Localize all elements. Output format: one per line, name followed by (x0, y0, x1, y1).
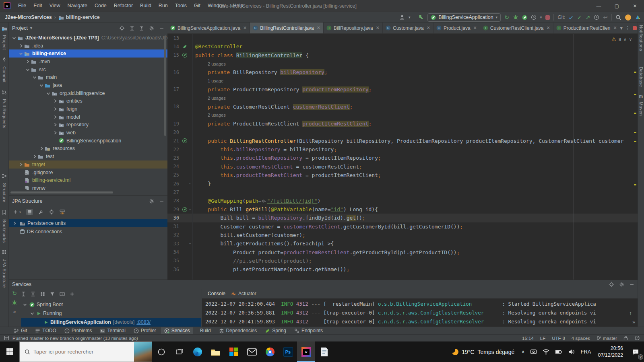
code-line-17[interactable]: 17 private ProductItemRepository product… (167, 85, 638, 94)
chevron-right-icon[interactable] (52, 115, 58, 119)
tray-chevron-icon[interactable]: ∧ (518, 341, 527, 362)
project-tree-item-model[interactable]: model (9, 113, 167, 121)
taskbar-app-microsoft-edge[interactable] (188, 341, 206, 362)
code-line-34[interactable]: 34 Product product=productItemRestClient… (167, 248, 638, 256)
usage-inlay-hint[interactable]: 1 usage (167, 76, 638, 85)
code-line-20[interactable]: 20 (167, 128, 638, 136)
breadcrumb-module[interactable]: billing-service (58, 14, 100, 20)
menu-item-view[interactable]: View (46, 0, 64, 12)
taskbar-app-chrome[interactable] (261, 341, 279, 362)
close-tab-icon[interactable]: ✕ (317, 25, 320, 31)
code-line-21[interactable]: 21− public BillingRestController(BillRep… (167, 137, 638, 145)
git-commit-icon[interactable]: ✓ (577, 14, 582, 20)
port-link[interactable]: :8083/ (136, 319, 151, 325)
console-log[interactable]: ↑ » 2022-12-07 20:32:00.484 INFO 4312 --… (202, 298, 638, 327)
toolwindow-button-terminal[interactable]: Terminal (97, 327, 128, 334)
meet-now-icon[interactable] (527, 341, 540, 362)
taskbar-search[interactable] (19, 341, 152, 362)
close-tab-icon[interactable]: ✕ (243, 25, 247, 31)
menu-item-navigate[interactable]: Navigate (64, 0, 91, 12)
taskbar-app-mail[interactable] (243, 341, 261, 362)
maximize-button[interactable]: ▢ (608, 0, 626, 12)
debug-icon[interactable] (12, 300, 17, 305)
encoding-indicator[interactable]: UTF-8 (552, 336, 565, 341)
git-push-icon[interactable]: ↗ (586, 14, 590, 20)
editor-tab-product-java[interactable]: CProduct.java✕ (433, 23, 480, 33)
rerun-icon[interactable]: ↻ (504, 14, 509, 20)
chevron-down-icon[interactable] (18, 51, 24, 56)
chevron-right-icon[interactable] (52, 107, 58, 111)
locate-icon[interactable] (49, 209, 54, 215)
project-tree-item-entities[interactable]: entities (9, 97, 167, 105)
hide-panel-icon[interactable] (630, 282, 634, 287)
collapse-all-icon[interactable] (31, 292, 35, 296)
error-indicator-icon[interactable] (633, 26, 637, 30)
chevron-right-icon[interactable] (52, 130, 58, 135)
close-tab-icon[interactable]: ✕ (547, 25, 550, 31)
gradle-notification-icon[interactable] (634, 335, 640, 341)
project-tree-item-web[interactable]: web (9, 129, 167, 137)
service-item-running[interactable]: Running (21, 309, 201, 318)
task-view-button[interactable] (170, 341, 188, 362)
chevron-right-icon[interactable] (52, 122, 58, 127)
jpa-tree-item-persistence-units[interactable]: Persistence units (9, 219, 167, 227)
battery-icon[interactable] (552, 341, 565, 362)
menu-item-code[interactable]: Code (91, 0, 110, 12)
spring-bean-gutter-icon[interactable] (181, 207, 188, 212)
code-line-33[interactable]: 33− bill.getProductItems().forEach(pi->{ (167, 239, 638, 248)
chevron-right-icon[interactable] (11, 221, 18, 226)
toolwindow-button-profiler[interactable]: Profiler (130, 327, 159, 334)
chevron-right-icon[interactable] (52, 99, 58, 103)
project-hscrollbar[interactable] (10, 191, 113, 193)
inspections-widget[interactable]: ⚠ 8 ∧ ∨ (611, 36, 632, 42)
add-icon[interactable] (13, 210, 18, 214)
chevron-down-icon[interactable] (23, 302, 27, 307)
fold-marker-icon[interactable]: − (188, 208, 192, 211)
chevron-down-icon[interactable] (25, 67, 31, 72)
code-line-35[interactable]: 35 //pi.setProduct(product); (167, 257, 638, 265)
editor-tab-billingserviceapplication-java[interactable]: BillingServiceApplication.java✕ (167, 23, 250, 33)
project-tree-item-mvnw[interactable]: mvnw (9, 184, 167, 192)
chevron-right-icon[interactable] (18, 43, 24, 48)
project-tree-item-idea[interactable]: .idea (9, 42, 167, 50)
stripe-button-jpa-structure[interactable]: JPA Structure (2, 259, 7, 288)
search-everywhere-icon[interactable] (615, 14, 621, 21)
scroll-right-icon[interactable]: » (632, 319, 635, 325)
profiler-run-icon[interactable] (531, 14, 537, 20)
project-tree-item-billing-service-iml[interactable]: billing-service.iml (9, 176, 167, 184)
spring-annotation-gutter-icon[interactable] (181, 44, 188, 49)
menu-item-run[interactable]: Run (155, 0, 171, 12)
menu-item-file[interactable]: File (14, 0, 30, 12)
add-service-icon[interactable] (70, 292, 74, 296)
prev-problem-icon[interactable]: ∧ (623, 37, 626, 41)
taskbar-app-file-explorer[interactable] (206, 341, 225, 362)
settings-icon[interactable] (149, 198, 155, 204)
volume-icon[interactable] (565, 341, 578, 362)
editor-tab-customerrestclient-java[interactable]: ICustomerRestClient.java✕ (480, 23, 553, 33)
breadcrumb-project[interactable]: J2ee-MicroServices (5, 14, 52, 20)
ide-update-icon[interactable]: ↑ (625, 14, 631, 21)
notification-center-button[interactable]: 2 (627, 341, 644, 362)
stripe-button-structure[interactable]: Structure (2, 183, 7, 202)
spring-bean-gutter-icon[interactable] (181, 138, 188, 143)
project-tree-item-billingserviceapplication[interactable]: BillingServiceApplication (9, 137, 167, 145)
stripe-button-database[interactable]: Database (639, 67, 644, 87)
chevron-down-icon[interactable] (39, 83, 44, 88)
usage-inlay-hint[interactable]: 2 usages (167, 60, 638, 68)
stripe-button-pull-requests[interactable]: Pull Requests (2, 99, 7, 128)
code-with-me-icon[interactable] (635, 14, 641, 21)
rerun-icon[interactable]: ↻ (12, 290, 17, 296)
start-button[interactable] (0, 341, 19, 362)
toolwindow-button-git[interactable]: Git (10, 327, 30, 334)
view-options-icon[interactable] (26, 209, 33, 215)
group-by-icon[interactable] (40, 292, 45, 296)
locate-icon[interactable] (609, 282, 614, 287)
settings-icon[interactable] (149, 25, 155, 31)
tab-options-icon[interactable]: ⋮ (625, 25, 630, 31)
chevron-down-icon[interactable] (32, 75, 37, 80)
code-line-27[interactable]: 27 (167, 188, 638, 196)
toolwindow-button-services[interactable]: Services (161, 327, 193, 334)
expand-all-icon[interactable] (130, 26, 134, 31)
jpa-console-icon[interactable] (38, 210, 43, 215)
collapse-all-icon[interactable] (139, 26, 144, 31)
